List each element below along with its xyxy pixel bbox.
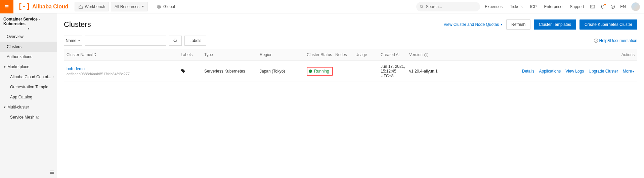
nav-icp[interactable]: ICP (527, 4, 540, 9)
home-icon (78, 4, 83, 9)
main-content: Clusters View Cluster and Node Quotas ▼ … (57, 13, 644, 178)
sidebar-item-clusters[interactable]: Clusters (0, 42, 57, 52)
col-header-type: Type (204, 52, 260, 57)
col-header-status: Cluster Status (307, 52, 335, 57)
help-documentation-label: Help&Documentation (599, 38, 637, 43)
cell-cluster-name: bob-demo cdffaaaa0888d4aab8517fdb84fd8c2… (67, 66, 181, 76)
sidebar-group-label: Multi-cluster (7, 105, 29, 109)
cell-status: Running (307, 67, 335, 76)
svg-point-6 (181, 69, 182, 70)
cluster-templates-button[interactable]: Cluster Templates (534, 19, 576, 30)
labels-filter-button[interactable]: Labels (184, 36, 206, 46)
view-quotas-link[interactable]: View Cluster and Node Quotas ▼ (444, 22, 503, 27)
filter-value-input[interactable] (85, 36, 166, 46)
sidebar-item-label: App Catalog (10, 95, 32, 99)
nav-enterprise[interactable]: Enterprise (542, 4, 565, 9)
cell-created: Jun 17, 2021, 15:12:45 UTC+8 (381, 64, 409, 78)
tag-icon[interactable] (181, 69, 185, 73)
cluster-name-link[interactable]: bob-demo (67, 66, 181, 71)
sidebar: Container Service - Kubernetes ▼ Overvie… (0, 13, 57, 178)
help-button[interactable]: ? (609, 4, 617, 9)
chevron-down-icon: ▼ (78, 39, 81, 42)
col-header-labels: Labels (181, 52, 204, 57)
chevron-down-icon: ▼ (632, 70, 635, 73)
notifications-button[interactable] (599, 4, 607, 9)
sidebar-item-app-catalog[interactable]: App Catalog (0, 92, 57, 102)
action-upgrade[interactable]: Upgrade Cluster (589, 69, 618, 74)
svg-point-5 (174, 39, 176, 42)
search-icon (173, 38, 178, 43)
create-cluster-label: Create Kubernetes Cluster (585, 22, 632, 27)
refresh-button[interactable]: Refresh (506, 19, 530, 30)
create-cluster-button[interactable]: Create Kubernetes Cluster (579, 19, 637, 30)
chevron-down-icon: ▼ (3, 28, 54, 30)
brand-text: Alibaba Cloud (32, 4, 69, 10)
sidebar-item-label: Service Mesh (10, 115, 35, 120)
labels-filter-label: Labels (189, 38, 201, 43)
svg-rect-2 (591, 5, 595, 8)
user-avatar[interactable] (631, 2, 640, 11)
sidebar-item-overview[interactable]: Overview (0, 32, 57, 42)
region-selector[interactable]: Global (153, 2, 178, 11)
collapse-icon (50, 170, 54, 174)
sidebar-item-service-mesh[interactable]: Service Mesh (0, 112, 57, 122)
refresh-label: Refresh (511, 22, 525, 27)
cloudshell-button[interactable] (589, 4, 597, 9)
table-row: bob-demo cdffaaaa0888d4aab8517fdb84fd8c2… (64, 61, 637, 82)
sidebar-item-orchestration-templates[interactable]: Orchestration Templa... (0, 82, 57, 92)
brand-bracket-icon: [-] (18, 3, 30, 10)
col-header-version-label: Version (409, 52, 423, 57)
sidebar-item-authorizations[interactable]: Authorizations (0, 52, 57, 62)
menu-toggle-button[interactable] (0, 0, 13, 13)
external-link-icon (36, 116, 39, 119)
global-search[interactable] (416, 2, 480, 11)
chevron-down-icon: ▼ (500, 23, 503, 26)
chevron-down-icon: ▼ (3, 65, 6, 69)
clusters-table: Cluster Name/ID Labels Type Region Clust… (64, 49, 637, 82)
workbench-button[interactable]: Workbench (75, 2, 109, 11)
help-documentation-link[interactable]: ? Help&Documentation (593, 38, 637, 43)
nav-expenses[interactable]: Expenses (482, 4, 505, 9)
col-header-created: Created At (381, 52, 409, 57)
filter-field-dropdown[interactable]: Name ▼ (64, 36, 82, 46)
sidebar-collapse-button[interactable] (50, 170, 54, 175)
topbar: [-] Alibaba Cloud Workbench All Resource… (0, 0, 644, 13)
hamburger-icon (4, 4, 9, 9)
sidebar-item-label: Overview (7, 34, 24, 39)
brand-logo[interactable]: [-] Alibaba Cloud (18, 3, 69, 10)
language-selector[interactable]: EN (619, 4, 627, 9)
col-header-region: Region (260, 52, 307, 57)
sidebar-group-label: Marketplace (7, 64, 29, 69)
action-view-logs[interactable]: View Logs (565, 69, 584, 74)
created-line2: 15:12:45 UTC+8 (381, 69, 409, 78)
global-search-input[interactable] (426, 4, 477, 9)
sidebar-item-label: Clusters (7, 44, 22, 49)
cell-type: Serverless Kubernetes (204, 69, 260, 74)
filter-search-button[interactable] (169, 36, 182, 46)
col-header-actions: Actions (470, 52, 635, 57)
sidebar-group-multicluster[interactable]: ▼ Multi-cluster (0, 102, 57, 112)
sidebar-item-label: Authorizations (7, 54, 32, 59)
action-more-label: More (623, 69, 632, 74)
sidebar-service-title[interactable]: Container Service - Kubernetes ▼ (0, 13, 57, 32)
search-icon (420, 4, 424, 9)
all-resources-dropdown[interactable]: All Resources (111, 2, 148, 11)
page-title: Clusters (64, 20, 91, 29)
nav-tickets[interactable]: Tickets (507, 4, 525, 9)
sidebar-group-marketplace[interactable]: ▼ Marketplace (0, 62, 57, 72)
notification-dot-icon (604, 4, 606, 5)
help-icon: ? (594, 39, 598, 43)
help-icon: ? (610, 4, 615, 9)
chevron-down-icon (141, 6, 144, 7)
nav-support[interactable]: Support (567, 4, 587, 9)
action-details[interactable]: Details (522, 69, 534, 74)
view-quotas-label: View Cluster and Node Quotas (444, 22, 499, 27)
workbench-label: Workbench (85, 4, 105, 9)
action-applications[interactable]: Applications (539, 69, 561, 74)
help-icon[interactable]: ? (424, 53, 428, 57)
sidebar-item-container-registry[interactable]: Alibaba Cloud Contai... (0, 72, 57, 82)
action-more-dropdown[interactable]: More▼ (623, 69, 635, 74)
cell-labels (181, 69, 204, 74)
cell-version: v1.20.4-aliyun.1 (409, 69, 470, 74)
status-text: Running (314, 69, 329, 74)
